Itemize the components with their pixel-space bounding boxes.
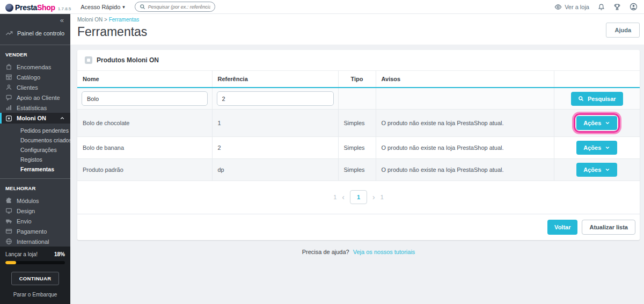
view-shop-link[interactable]: Ver a loja — [554, 3, 589, 11]
breadcrumb-current[interactable]: Ferramentas — [109, 17, 140, 23]
moloni-panel-icon — [85, 56, 92, 64]
global-search[interactable] — [135, 2, 215, 12]
chevron-down-icon — [605, 167, 610, 172]
prestashop-logo-icon — [5, 4, 13, 12]
sidebar-item-catalogo[interactable]: Catálogo — [0, 72, 70, 82]
cell-product-name: Bolo de chocolate — [77, 110, 212, 137]
customer-icon — [5, 84, 12, 91]
help-button[interactable]: Ajuda — [606, 23, 640, 38]
cell-reference: 1 — [212, 110, 338, 137]
search-products-button[interactable]: Pesquisar — [571, 92, 623, 106]
table-row: Produto padrão dp Simples O produto não … — [77, 159, 640, 181]
sidebar-item-label: Apoio ao Cliente — [17, 95, 60, 101]
help-footer: Precisa de ajuda? Veja os nossos tutoria… — [77, 249, 640, 255]
pagination-last-label: 1 — [380, 194, 384, 200]
sidebar-item-label: Clientes — [17, 84, 38, 91]
credit-card-icon — [5, 228, 12, 235]
truck-icon — [5, 218, 12, 225]
search-icon — [140, 4, 145, 10]
table-header-row: Nome Referência Tipo Avisos — [77, 71, 640, 88]
actions-button-label: Ações — [583, 144, 601, 151]
refresh-list-button[interactable]: Atualizar lista — [582, 220, 635, 235]
pagination-next-button[interactable]: › — [372, 193, 375, 201]
sidebar-item-design[interactable]: Design — [0, 206, 70, 216]
table-row: Bolo de chocolate 1 Simples O produto nã… — [77, 110, 640, 137]
account-avatar-icon[interactable] — [630, 3, 638, 11]
back-button[interactable]: Voltar — [547, 220, 577, 235]
monitor-icon — [5, 207, 12, 214]
cell-warning: O produto não existe na loja PrestaShop … — [376, 137, 554, 159]
prestashop-logo[interactable]: PrestaShop 1.7.8.5 — [5, 2, 71, 12]
actions-dropdown-button[interactable]: Ações — [576, 141, 617, 155]
search-button-label: Pesquisar — [588, 96, 616, 102]
pagination-prev-button[interactable]: ‹ — [342, 193, 345, 201]
submenu-item-registos[interactable]: Registos — [0, 155, 70, 164]
bar-chart-icon — [5, 104, 12, 111]
actions-dropdown-button[interactable]: Ações — [576, 116, 617, 130]
submenu-item-pedidos-pendentes[interactable]: Pedidos pendentes — [0, 126, 70, 135]
sidebar-item-encomendas[interactable]: Encomendas — [0, 62, 70, 72]
sidebar-item-dashboard[interactable]: Painel de controlo — [0, 24, 70, 44]
section-label-melhorar: MELHORAR — [0, 179, 70, 196]
cell-type: Simples — [338, 110, 376, 137]
sidebar-item-label: Design — [17, 208, 35, 214]
sidebar-item-modulos[interactable]: Módulos — [0, 196, 70, 206]
search-input[interactable] — [148, 4, 210, 10]
submenu-item-configuracoes[interactable]: Configurações — [0, 145, 70, 155]
chevron-down-icon — [605, 145, 610, 150]
collapse-icon: « — [60, 16, 64, 24]
sidebar-collapse-button[interactable]: « — [0, 14, 70, 24]
cell-product-name: Produto padrão — [77, 159, 212, 181]
onboarding-title: Lançar a loja! — [5, 251, 38, 257]
sidebar-item-estatisticas[interactable]: Estatísticas — [0, 103, 70, 113]
stop-onboarding-link[interactable]: Parar o Embarque — [5, 292, 65, 298]
actions-dropdown-button[interactable]: Ações — [576, 163, 617, 177]
version-label: 1.7.8.5 — [58, 6, 71, 11]
action-highlight-ring: Ações — [574, 113, 620, 133]
pagination-current-page[interactable]: 1 — [350, 190, 367, 204]
trophy-icon[interactable] — [613, 3, 621, 11]
store-icon — [5, 74, 12, 81]
sidebar-item-clientes[interactable]: Clientes — [0, 82, 70, 92]
sidebar-item-label: Estatísticas — [17, 105, 47, 111]
prestashop-admin: PrestaShop 1.7.8.5 Acesso Rápido ▾ Ver a… — [0, 0, 644, 304]
onboarding-progressbar — [5, 261, 65, 264]
continue-button[interactable]: CONTINUAR — [11, 272, 60, 285]
sidebar: « Painel de controlo VENDER Encomendas C… — [0, 14, 70, 304]
sidebar-item-label: Moloni ON — [17, 115, 46, 121]
moloni-submenu: Pedidos pendentes Documentos criados Con… — [0, 124, 70, 177]
sidebar-item-apoio-ao-cliente[interactable]: Apoio ao Cliente — [0, 92, 70, 103]
sidebar-item-pagamento[interactable]: Pagamento — [0, 226, 70, 236]
filter-reference-input[interactable] — [217, 91, 334, 106]
page-header: Moloni ON > Ferramentas Ferramentas Ajud… — [70, 14, 644, 45]
sidebar-item-international[interactable]: International — [0, 236, 70, 247]
submenu-item-ferramentas[interactable]: Ferramentas — [0, 164, 70, 174]
actions-button-label: Ações — [583, 120, 601, 126]
puzzle-icon — [5, 197, 12, 204]
cell-warning: O produto não existe na loja PrestaShop … — [376, 110, 554, 137]
sidebar-item-label: Envio — [17, 218, 32, 225]
products-table: Nome Referência Tipo Avisos — [77, 71, 640, 181]
main-content: Moloni ON > Ferramentas Ferramentas Ajud… — [70, 14, 644, 304]
quick-access-dropdown[interactable]: Acesso Rápido ▾ — [80, 4, 125, 10]
products-panel: Produtos Moloni ON Nome Referência Tipo … — [77, 50, 640, 240]
sidebar-item-moloni-on[interactable]: Moloni ON — [0, 113, 70, 124]
breadcrumb-parent[interactable]: Moloni ON — [77, 17, 103, 23]
sidebar-item-label: Catálogo — [17, 74, 40, 81]
notifications-bell-icon[interactable] — [598, 3, 605, 11]
breadcrumb-separator: > — [104, 17, 107, 23]
submenu-item-documentos-criados[interactable]: Documentos criados — [0, 135, 70, 145]
globe-icon — [5, 238, 12, 245]
topbar: PrestaShop 1.7.8.5 Acesso Rápido ▾ Ver a… — [0, 0, 644, 14]
content-area: Produtos Moloni ON Nome Referência Tipo … — [70, 45, 644, 304]
eye-icon — [554, 3, 562, 11]
section-label-vender: VENDER — [0, 45, 70, 62]
sidebar-item-envio[interactable]: Envio — [0, 216, 70, 226]
tutorials-link[interactable]: Veja os nossos tutoriais — [353, 249, 415, 255]
page-title: Ferramentas — [77, 25, 640, 39]
filter-name-input[interactable] — [82, 91, 208, 106]
brand-presta: Presta — [15, 3, 37, 12]
quick-access-label: Acesso Rápido — [80, 4, 120, 10]
table-row: Bolo de banana 2 Simples O produto não e… — [77, 137, 640, 159]
chevron-down-icon — [605, 120, 610, 126]
